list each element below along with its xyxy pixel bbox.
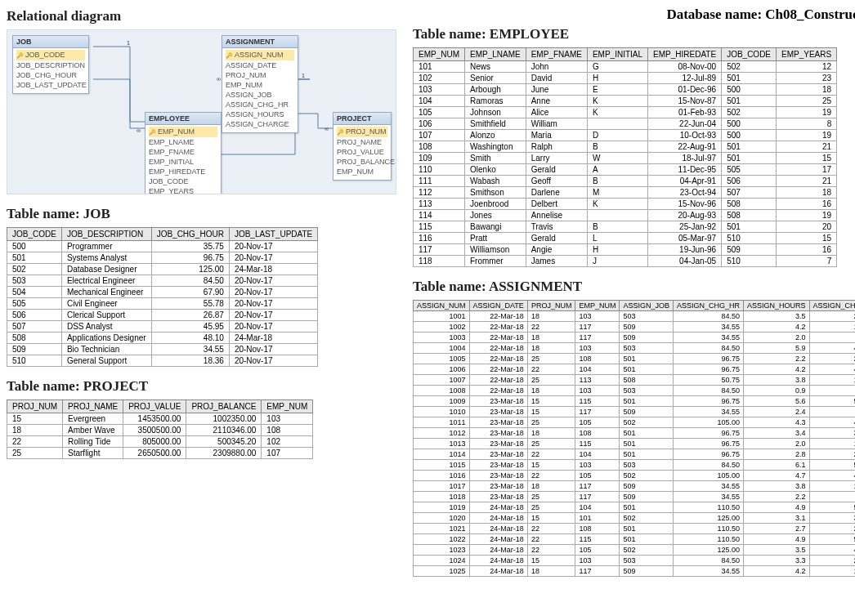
table-row: 106SmithfieldWilliam22-Jun-045008 <box>414 118 837 130</box>
entity-field: ASSIGN_CHARGE <box>226 119 294 129</box>
entity-field: ASSIGN_JOB <box>226 90 294 100</box>
entity-field: EMP_HIREDATE <box>149 167 217 176</box>
table-row: 101924-Mar-1825104501110.504.9541.45 <box>414 502 856 513</box>
col-header: ASSIGN_CHARGE <box>809 301 855 311</box>
entity-field: EMP_NUM <box>149 127 217 137</box>
entity-field: JOB_CODE <box>16 50 85 60</box>
svg-text:∞: ∞ <box>325 126 329 132</box>
entity-project-fields: PROJ_NUMPROJ_NAMEPROJ_VALUEPROJ_BALANCEE… <box>333 125 391 180</box>
project-title: Table name: PROJECT <box>7 378 396 395</box>
table-row: 100322-Mar-181811750934.552.069.10 <box>414 333 856 343</box>
job-title: Table name: JOB <box>7 206 396 222</box>
table-row: 102424-Mar-181510350384.503.3278.85 <box>414 556 856 566</box>
table-row: 18Amber Wave3500500.002110346.00108 <box>7 425 313 436</box>
col-header: EMP_NUM <box>575 301 620 311</box>
table-row: 500Programmer35.7520-Nov-17 <box>7 241 318 252</box>
table-row: 109SmithLarryW18-Jul-9750115 <box>414 153 837 164</box>
table-row: 105JohnsonAliceK01-Feb-9350219 <box>414 107 837 118</box>
entity-job-fields: JOB_CODEJOB_DESCRIPTIONJOB_CHG_HOURJOB_L… <box>13 48 88 93</box>
col-header: EMP_NUM <box>414 48 465 61</box>
table-row: 510General Support18.3620-Nov-17 <box>7 355 318 367</box>
svg-text:∞: ∞ <box>217 76 221 82</box>
table-row: 100822-Mar-181810350384.500.976.05 <box>414 386 856 396</box>
database-name: Database name: Ch08_ConstructCo <box>413 7 855 23</box>
table-row: 114JonesAnnelise20-Aug-9350819 <box>414 210 837 221</box>
entity-field: PROJ_NUM <box>337 127 387 137</box>
table-row: 509Bio Technician34.5520-Nov-17 <box>7 344 318 355</box>
entity-field: PROJ_BALANCE <box>337 157 387 167</box>
table-row: 101123-Mar-1825105502105.004.3451.50 <box>414 417 856 428</box>
table-row: 100222-Mar-182211750934.554.2145.11 <box>414 322 856 333</box>
table-row: 102224-Mar-1822115501110.504.9541.45 <box>414 534 856 545</box>
col-header: JOB_DESCRIPTION <box>61 228 151 241</box>
table-row: 102524-Mar-181811750934.554.2145.11 <box>414 566 856 577</box>
entity-job: JOB JOB_CODEJOB_DESCRIPTIONJOB_CHG_HOURJ… <box>12 35 89 94</box>
relational-diagram: 1 ∞ 1 ∞ ∞ 1 JOB JOB_CODEJOB_DESCRIPTIONJ… <box>7 29 396 194</box>
col-header: EMP_NUM <box>262 400 313 413</box>
entity-field: EMP_YEARS <box>149 186 217 194</box>
table-row: 25Starflight2650500.002309880.00107 <box>7 448 313 459</box>
table-row: 101NewsJohnG08-Nov-0050212 <box>414 61 837 73</box>
col-header: PROJ_VALUE <box>123 400 186 413</box>
col-header: ASSIGN_DATE <box>469 301 527 311</box>
entity-project: PROJECT PROJ_NUMPROJ_NAMEPROJ_VALUEPROJ_… <box>333 112 392 181</box>
project-table: PROJ_NUMPROJ_NAMEPROJ_VALUEPROJ_BALANCEE… <box>7 400 313 459</box>
table-row: 506Clerical Support26.8720-Nov-17 <box>7 310 318 321</box>
table-row: 101723-Mar-181811750934.553.8131.29 <box>414 481 856 492</box>
table-row: 502Database Designer125.0024-Mar-18 <box>7 264 318 275</box>
table-row: 101423-Mar-182210450196.752.8270.90 <box>414 449 856 460</box>
entity-field: EMP_NUM <box>226 80 294 90</box>
table-row: 108WashingtonRalphB22-Aug-9150121 <box>414 141 837 153</box>
entity-employee-fields: EMP_NUMEMP_LNAMEEMP_FNAMEEMP_INITIALEMP_… <box>145 125 221 194</box>
entity-field: ASSIGN_HOURS <box>226 109 294 119</box>
table-row: 102124-Mar-1822108501110.502.7298.35 <box>414 524 856 534</box>
job-table: JOB_CODEJOB_DESCRIPTIONJOB_CHG_HOURJOB_L… <box>7 227 318 367</box>
employee-title: Table name: EMPLOYEE <box>413 26 855 42</box>
table-row: 15Evergreen1453500.001002350.00103 <box>7 413 313 425</box>
col-header: JOB_CODE <box>722 48 777 61</box>
table-row: 101223-Mar-181810850196.753.4328.95 <box>414 428 856 439</box>
svg-text:1: 1 <box>127 40 130 46</box>
table-row: 101623-Mar-1822105502105.004.7493.50 <box>414 471 856 481</box>
diagram-title: Relational diagram <box>7 8 396 25</box>
entity-field: JOB_CODE <box>149 176 217 186</box>
col-header: JOB_CODE <box>7 228 62 241</box>
col-header: PROJ_NAME <box>63 400 123 413</box>
table-row: 100522-Mar-182510850196.752.2212.85 <box>414 354 856 364</box>
entity-field: JOB_DESCRIPTION <box>16 60 85 70</box>
col-header: ASSIGN_JOB <box>620 301 674 311</box>
entity-field: JOB_LAST_UPDATE <box>16 80 85 90</box>
table-row: 102SeniorDavidH12-Jul-8950123 <box>414 73 837 84</box>
col-header: PROJ_BALANCE <box>186 400 262 413</box>
table-row: 101323-Mar-182511550196.752.0193.50 <box>414 439 856 449</box>
table-row: 118FrommerJamesJ04-Jan-055107 <box>414 256 837 267</box>
entity-assignment-fields: ASSIGN_NUMASSIGN_DATEPROJ_NUMEMP_NUMASSI… <box>222 48 298 132</box>
entity-field: PROJ_VALUE <box>337 147 387 157</box>
col-header: EMP_HIREDATE <box>648 48 722 61</box>
table-row: 101823-Mar-182511750934.552.276.01 <box>414 492 856 502</box>
table-row: 507DSS Analyst45.9520-Nov-17 <box>7 321 318 333</box>
entity-field: PROJ_NAME <box>337 137 387 147</box>
assignment-table: ASSIGN_NUMASSIGN_DATEPROJ_NUMEMP_NUMASSI… <box>413 300 855 577</box>
entity-field: EMP_FNAME <box>149 147 217 157</box>
svg-text:∞: ∞ <box>137 127 141 133</box>
table-row: 503Electrical Engineer84.5020-Nov-17 <box>7 275 318 287</box>
col-header: EMP_FNAME <box>526 48 587 61</box>
table-row: 100622-Mar-182210450196.754.2406.35 <box>414 364 856 375</box>
table-row: 100122-Mar-181810350384.503.5295.75 <box>414 311 856 322</box>
col-header: ASSIGN_CHG_HR <box>673 301 743 311</box>
table-row: 103ArboughJuneE01-Dec-9650018 <box>414 84 837 96</box>
col-header: PROJ_NUM <box>7 400 63 413</box>
table-row: 112SmithsonDarleneM23-Oct-9450718 <box>414 187 837 199</box>
entity-field: PROJ_NUM <box>226 70 294 80</box>
entity-field: ASSIGN_NUM <box>226 50 294 60</box>
table-row: 101023-Mar-181511750934.552.482.92 <box>414 407 856 417</box>
entity-field: EMP_INITIAL <box>149 157 217 167</box>
table-row: 100422-Mar-181810350384.505.9498.55 <box>414 343 856 354</box>
table-row: 113JoenbroodDelbertK15-Nov-9650816 <box>414 199 837 210</box>
table-row: 102024-Mar-1815101502125.003.1387.50 <box>414 513 856 524</box>
table-row: 104RamorasAnneK15-Nov-8750125 <box>414 96 837 107</box>
col-header: PROJ_NUM <box>527 301 575 311</box>
entity-field: EMP_NUM <box>337 167 387 176</box>
col-header: ASSIGN_HOURS <box>743 301 809 311</box>
